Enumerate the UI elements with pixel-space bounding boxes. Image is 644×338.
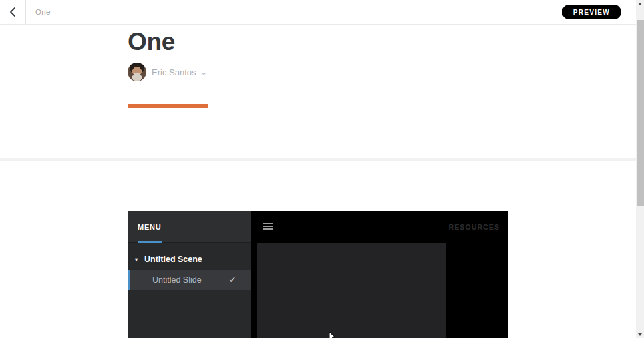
scrollbar-thumb[interactable] (637, 20, 644, 206)
player-sidebar: MENU ▾ Untitled Scene Untitled Slide ✓ (128, 211, 251, 338)
hamburger-icon (263, 223, 273, 224)
mouse-cursor (329, 332, 337, 338)
resources-button[interactable]: RESOURCES (449, 211, 500, 243)
section-divider (0, 158, 636, 161)
player-stage: RESOURCES (251, 211, 508, 338)
selected-slide-accent (128, 270, 130, 290)
caret-down-icon: ▾ (135, 257, 144, 263)
course-player-embed[interactable]: MENU ▾ Untitled Scene Untitled Slide ✓ R… (128, 211, 508, 338)
player-sidebar-header: MENU (128, 211, 251, 243)
scene-row[interactable]: ▾ Untitled Scene (128, 251, 251, 267)
top-bar: One PREVIEW (0, 0, 636, 25)
scroll-up-arrow[interactable] (636, 0, 644, 8)
page-scrollbar[interactable] (636, 0, 644, 338)
preview-button[interactable]: PREVIEW (562, 5, 621, 19)
slide-title: Untitled Slide (152, 275, 202, 285)
active-tab-underline (138, 241, 162, 243)
tab-menu[interactable]: MENU (138, 211, 162, 243)
lesson-title[interactable]: One (128, 28, 175, 56)
chevron-down-icon: ⌄ (200, 68, 207, 75)
scroll-down-arrow[interactable] (636, 330, 644, 338)
slide-row-selected[interactable]: Untitled Slide ✓ (128, 270, 251, 290)
breadcrumb: One (35, 0, 51, 24)
app-window: One PREVIEW One Eric Santos ⌄ MENU ▾ Unt… (0, 0, 644, 338)
author-dropdown[interactable]: Eric Santos ⌄ (128, 63, 207, 81)
scene-title: Untitled Scene (144, 255, 202, 264)
author-name: Eric Santos (152, 67, 196, 77)
divider-block[interactable] (128, 104, 208, 108)
author-avatar (128, 63, 146, 81)
chevron-left-icon (9, 7, 17, 17)
check-icon: ✓ (229, 275, 236, 285)
tab-menu-label: MENU (138, 223, 162, 231)
slide-canvas (257, 243, 446, 338)
back-button[interactable] (0, 0, 26, 24)
hamburger-menu-button[interactable] (263, 223, 273, 231)
